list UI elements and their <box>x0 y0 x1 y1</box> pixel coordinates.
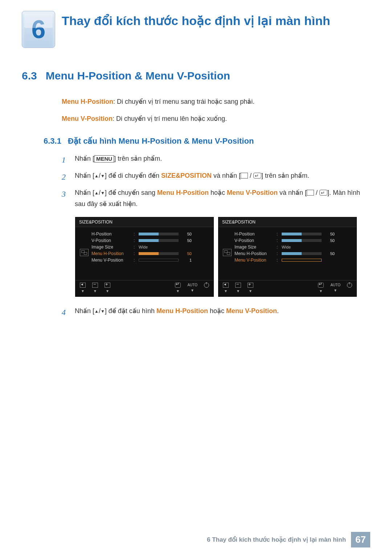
step-body: Nhấn [▲/▼] để đặt cấu hình Menu H-Positi… <box>75 305 370 319</box>
t: . <box>277 307 279 315</box>
slider-fill <box>282 233 302 235</box>
osd-item-hposition: H-Position: 50 <box>91 231 209 237</box>
slider-empty <box>282 259 322 262</box>
slider <box>282 239 322 242</box>
osd-icon-column <box>80 231 89 274</box>
v: 50 <box>181 251 192 256</box>
power-icon <box>347 283 352 288</box>
caret-down-icon: ▾ <box>249 288 252 294</box>
c: : <box>277 238 279 243</box>
osd-footer: ▾ ▾ ▾ ▾ AUTO▾ ▾ <box>75 280 213 296</box>
back-icon <box>80 283 86 288</box>
triangle-up-icon: ▲ <box>94 189 99 197</box>
caret-down-icon: ▾ <box>237 288 239 294</box>
step-number: 1 <box>62 153 68 167</box>
triangle-down-icon: ▼ <box>101 172 105 180</box>
menu-h-label: Menu H-Position <box>157 189 209 196</box>
step-number: 3 <box>62 187 68 209</box>
section-heading: 6.3 Menu H-Position & Menu V-Position <box>22 70 370 82</box>
subsection-number: 6.3.1 <box>44 136 61 146</box>
footer-text: 6 Thay đổi kích thước hoặc định vị lại m… <box>207 536 346 543</box>
caret-down-icon: ▾ <box>106 288 109 294</box>
slider-empty <box>139 259 179 262</box>
slider <box>139 239 179 242</box>
slider <box>282 233 322 235</box>
minus-icon <box>92 283 98 288</box>
steps-list-cont: 4 Nhấn [▲/▼] để đặt cấu hình Menu H-Posi… <box>22 305 370 319</box>
auto-label: AUTO <box>187 283 197 287</box>
step-2: 2 Nhấn [▲/▼] để di chuyển đến SIZE&POSIT… <box>62 170 370 184</box>
slider-fill <box>139 239 159 242</box>
osd-footer-right: ▾ AUTO▾ ▾ <box>175 283 209 294</box>
l: Menu V-Position <box>234 258 274 263</box>
caret-down-icon: ▾ <box>82 288 84 294</box>
step-4: 4 Nhấn [▲/▼] để đặt cấu hình Menu H-Posi… <box>62 305 370 319</box>
rect-icon <box>307 190 314 196</box>
v: 50 <box>181 238 192 243</box>
osd-body: H-Position: 50 V-Position: 50 Image Size… <box>75 227 213 280</box>
menu-v-label: Menu V-Position <box>226 307 277 315</box>
c: : <box>277 245 279 250</box>
chapter-header: 6 Thay đổi kích thước hoặc định vị lại m… <box>22 11 370 48</box>
c: : <box>134 251 136 256</box>
triangle-down-icon: ▼ <box>101 189 105 197</box>
l: Menu H-Position <box>91 251 131 256</box>
t: hoặc <box>209 189 227 196</box>
osd-footer-right: ▾ AUTO▾ ▾ <box>318 283 352 294</box>
osd-item-menu-h: Menu H-Position: 50 <box>234 250 352 257</box>
l: Menu H-Position <box>234 251 274 256</box>
osd-icon-column <box>223 231 232 274</box>
osd-footer-left: ▾ ▾ ▾ <box>80 283 110 294</box>
desc-v-text: : Di chuyển vị trí menu lên hoặc xuống. <box>113 115 227 122</box>
slider-fill <box>139 233 159 235</box>
desc-h-text: : Di chuyển vị trí menu sang trái hoặc s… <box>113 98 254 105</box>
size-position-icon <box>223 249 232 256</box>
osd-item-vposition: V-Position: 50 <box>234 237 352 244</box>
c: : <box>134 238 136 243</box>
step-3: 3 Nhấn [▲/▼] để chuyển sang Menu H-Posit… <box>62 187 370 209</box>
caret-down-icon: ▾ <box>177 288 179 294</box>
caret-down-icon: ▾ <box>225 288 227 294</box>
v: 50 <box>324 251 335 256</box>
enter-icon <box>253 173 261 178</box>
power-icon <box>204 283 209 288</box>
osd-title: SIZE&POSITION <box>75 217 213 227</box>
t: ] để chuyển sang <box>105 189 157 196</box>
l: Image Size <box>91 245 131 250</box>
step-body: Nhấn [MENU] trên sản phẩm. <box>75 153 370 167</box>
chapter-number-badge: 6 <box>22 11 55 48</box>
step-body: Nhấn [▲/▼] để chuyển sang Menu H-Positio… <box>75 187 370 209</box>
enter-icon <box>318 283 324 288</box>
v: 1 <box>181 258 192 262</box>
t: Nhấn [ <box>75 172 94 179</box>
caret-down-icon: ▾ <box>94 288 96 294</box>
l: V-Position <box>234 238 274 243</box>
plus-icon <box>105 283 110 288</box>
v: 50 <box>324 238 335 243</box>
caret-down-icon: ▾ <box>191 288 193 293</box>
caret-down-icon: ▾ <box>320 288 322 294</box>
section-title: Menu H-Position & Menu V-Position <box>46 70 230 82</box>
l: H-Position <box>91 231 131 237</box>
page: 6 Thay đổi kích thước hoặc định vị lại m… <box>0 0 392 554</box>
auto-label: AUTO <box>330 283 340 287</box>
step-number: 4 <box>62 305 68 319</box>
osd-item-menu-v: Menu V-Position: 1 <box>91 257 209 263</box>
triangle-up-icon: ▲ <box>94 172 99 180</box>
desc-v-label: Menu V-Position <box>62 115 113 122</box>
osd-footer-left: ▾ ▾ ▾ <box>223 283 253 294</box>
v: Wide <box>139 245 148 249</box>
t: ] để di chuyển đến <box>105 172 161 179</box>
t: và nhấn [ <box>278 189 307 196</box>
triangle-up-icon: ▲ <box>94 308 99 315</box>
rect-icon <box>241 173 248 178</box>
osd-item-menu-h: Menu H-Position: 50 <box>91 250 209 257</box>
description-h: Menu H-Position: Di chuyển vị trí menu s… <box>22 97 370 107</box>
steps-list: 1 Nhấn [MENU] trên sản phẩm. 2 Nhấn [▲/▼… <box>22 153 370 210</box>
enter-icon <box>175 283 181 288</box>
caret-down-icon: ▾ <box>334 288 336 293</box>
osd-list: H-Position: 50 V-Position: 50 Image Size… <box>91 231 209 274</box>
t: ] trên sản phẩm. <box>261 172 309 179</box>
c: : <box>134 231 136 237</box>
osd-list: H-Position: 50 V-Position: 50 Image Size… <box>234 231 352 274</box>
